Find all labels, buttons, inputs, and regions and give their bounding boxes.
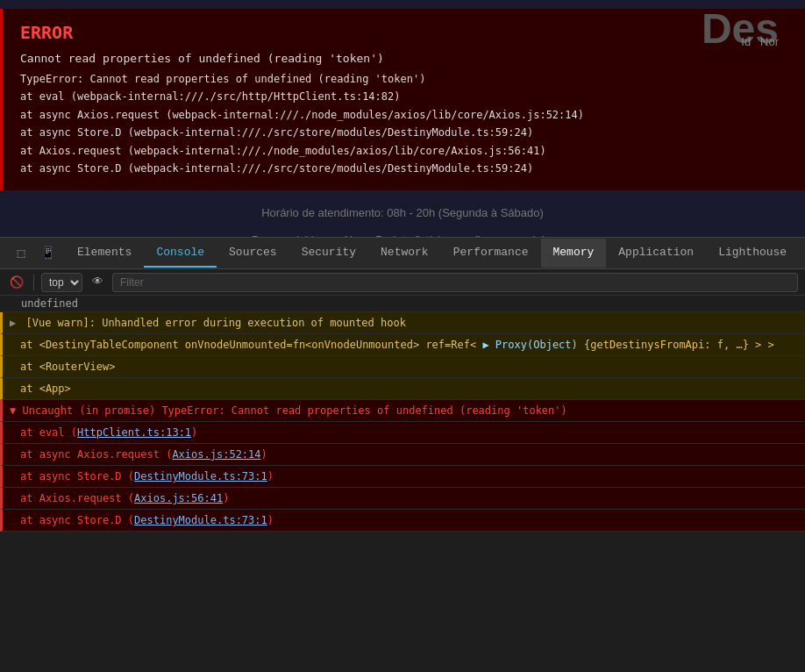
console-line-error-6: at async Store.D (DestinyModule.ts:73:1) — [0, 510, 805, 532]
console-toolbar: 🚫 top 👁 — [0, 269, 805, 296]
stack-line-5: at async Store.D (webpack-internal:///./… — [20, 160, 787, 177]
stack-line-2: at async Axios.request (webpack-internal… — [20, 106, 787, 124]
devtools-inspect-icon[interactable]: ⬚ — [11, 243, 32, 264]
tab-lighthouse[interactable]: Lighthouse — [706, 239, 799, 268]
app-nav: Id Nor — [741, 35, 779, 48]
console-line-error-3: at async Axios.request (Axios.js:52:14) — [0, 444, 805, 466]
link-destinymodule-1[interactable]: DestinyModule.ts:73:1 — [134, 470, 267, 483]
error-overlay: ERROR Cannot read properties of undefine… — [0, 9, 805, 190]
stack-line-1: at eval (webpack-internal:///./src/http/… — [20, 88, 787, 105]
error-stack: TypeError: Cannot read properties of und… — [20, 70, 787, 177]
stack-line-3: at async Store.D (webpack-internal:///./… — [20, 124, 787, 141]
stack-line-4: at Axios.request (webpack-internal:///./… — [20, 142, 787, 160]
tab-sources[interactable]: Sources — [217, 239, 289, 268]
console-line-warn-4: at <App> — [0, 378, 805, 400]
link-axios-1[interactable]: Axios.js:52:14 — [172, 448, 260, 461]
tab-application[interactable]: Application — [606, 239, 706, 268]
error-title: ERROR — [20, 22, 787, 43]
link-axios-2[interactable]: Axios.js:56:41 — [134, 492, 223, 504]
link-httpclient[interactable]: HttpClient.ts:13:1 — [77, 426, 191, 439]
link-destinymodule-2[interactable]: DestinyModule.ts:73:1 — [134, 514, 267, 526]
level-select[interactable]: top — [41, 273, 82, 292]
nav-nor: Nor — [760, 35, 779, 48]
tab-elements[interactable]: Elements — [65, 239, 144, 268]
devtools-icons-left: ⬚ 📱 — [4, 243, 65, 264]
app-area: Des Id Nor ERROR Cannot read properties … — [0, 0, 805, 237]
console-line-warn-3: at <RouterView> — [0, 356, 805, 378]
tab-network[interactable]: Network — [368, 239, 441, 268]
console-line-warn-1: ▶ [Vue warn]: Unhandled error during exe… — [0, 312, 805, 334]
devtools-device-icon[interactable]: 📱 — [37, 243, 58, 264]
tab-console[interactable]: Console — [144, 239, 217, 268]
console-line-error-4: at async Store.D (DestinyModule.ts:73:1) — [0, 466, 805, 488]
error-message-1: Cannot read properties of undefined (rea… — [20, 52, 787, 65]
nav-id: Id — [741, 35, 751, 48]
console-line-error-1: ▼ Uncaught (in promise) TypeError: Canno… — [0, 400, 805, 422]
console-line-error-2: at eval (HttpClient.ts:13:1) — [0, 422, 805, 444]
console-line-undefined: undefined — [0, 296, 805, 312]
devtools-tabbar: ⬚ 📱 Elements Console Sources Security Ne… — [0, 238, 805, 269]
filter-input[interactable] — [112, 273, 798, 292]
expand-warn-arrow[interactable]: ▶ — [10, 317, 16, 329]
tab-security[interactable]: Security — [289, 239, 368, 268]
footer-horario: Horário de atendimento: 08h - 20h (Segun… — [0, 199, 805, 226]
footer-credit: Desenvolvido por Alura. Projeto fictício… — [0, 226, 805, 237]
console-line-warn-2: at <DestinyTableComponent onVnodeUnmount… — [0, 334, 805, 356]
toolbar-divider-1 — [33, 275, 34, 290]
tab-memory[interactable]: Memory — [541, 239, 607, 268]
eye-icon[interactable]: 👁 — [88, 273, 107, 292]
clear-console-button[interactable]: 🚫 — [7, 273, 26, 292]
tab-performance[interactable]: Performance — [441, 239, 541, 268]
console-line-error-5: at Axios.request (Axios.js:56:41) — [0, 488, 805, 510]
tab-recorder[interactable]: Recorder 🔴 — [799, 239, 805, 268]
console-output: undefined ▶ [Vue warn]: Unhandled error … — [0, 296, 805, 672]
devtools-panel: ⬚ 📱 Elements Console Sources Security Ne… — [0, 237, 805, 672]
stack-line-0: TypeError: Cannot read properties of und… — [20, 70, 787, 88]
